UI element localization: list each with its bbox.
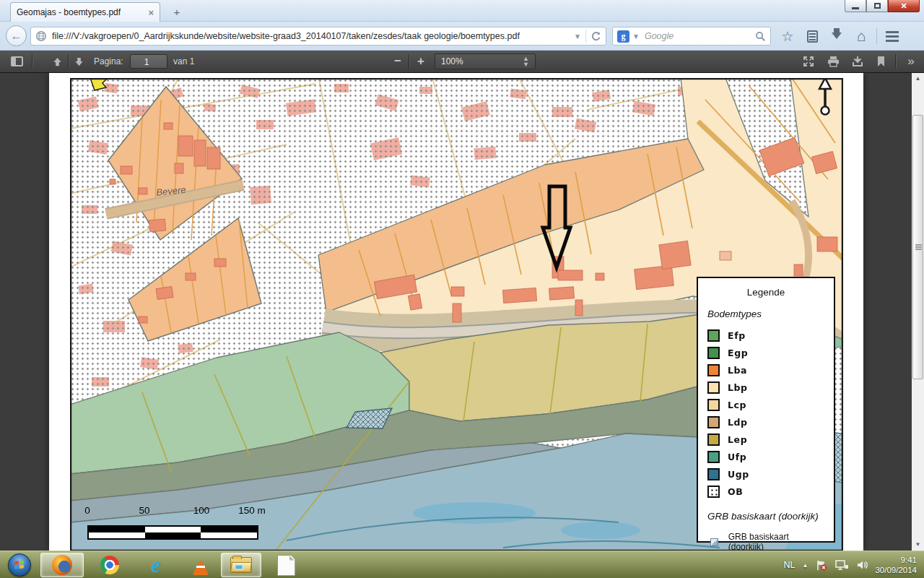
window-close-button[interactable]: ✕ <box>888 0 920 12</box>
legend-item: OB <box>707 483 824 500</box>
fullscreen-icon <box>803 56 814 67</box>
printer-icon <box>827 56 840 67</box>
taskbar-clock[interactable]: 9:41 30/09/2014 <box>875 555 917 575</box>
taskbar-firefox-button[interactable] <box>40 553 84 577</box>
zoom-out-button[interactable]: − <box>390 51 406 72</box>
menu-icon[interactable] <box>880 27 905 46</box>
legend-items: Efp Egp Lba Lbp Lcp Ldp Lep Ufp Ugp OB <box>707 327 824 500</box>
page-number-input[interactable]: 1 <box>130 54 167 69</box>
map-scalebar: 0 50 100 150 m <box>72 505 274 543</box>
legend-item: Lcp <box>707 396 824 413</box>
scrollbar[interactable]: ▲ ▼ <box>912 73 924 551</box>
scalebar-bar <box>87 525 258 540</box>
google-engine-icon: g <box>617 30 629 43</box>
reload-icon[interactable] <box>590 31 601 42</box>
legend-item: Lba <box>707 361 824 379</box>
more-tools-button[interactable]: » <box>901 51 920 72</box>
swatch-ldp <box>707 416 720 428</box>
taskbar-explorer-button[interactable] <box>221 553 261 577</box>
downloads-icon[interactable] <box>824 27 849 46</box>
windows-start-icon <box>8 553 31 577</box>
page-up-button[interactable] <box>48 51 66 72</box>
swatch-egp <box>707 347 720 359</box>
map-legend: Legende Bodemtypes Efp Egp Lba Lbp Lcp L… <box>697 277 835 543</box>
pdf-content-area: Bevere <box>0 73 924 551</box>
legend-item: Ldp <box>707 413 824 431</box>
legend-grb-item: GRB basiskaart (doorkijk) <box>707 532 824 551</box>
print-button[interactable] <box>823 51 843 72</box>
clock-date: 30/09/2014 <box>875 565 917 575</box>
taskbar: e NL ▲ <box>0 551 924 578</box>
window-controls: ✕ <box>845 0 920 12</box>
download-button[interactable] <box>847 51 868 72</box>
swatch-ufp <box>707 451 720 463</box>
legend-item: Ugp <box>707 465 824 483</box>
network-icon[interactable] <box>834 559 849 571</box>
zoom-level-value: 100% <box>441 56 463 66</box>
browser-tab[interactable]: Geomajas - boemtypes.pdf × <box>10 2 160 22</box>
vlc-icon <box>193 552 209 574</box>
new-tab-button[interactable]: + <box>167 5 186 20</box>
legend-item: Ufp <box>707 448 824 465</box>
url-bar[interactable]: file:///V:/vakgroepen/0_Aardrijkskunde/w… <box>30 27 606 46</box>
taskbar-writer-button[interactable] <box>273 553 299 577</box>
zoom-in-button[interactable]: + <box>413 51 429 72</box>
tray-expand-icon[interactable]: ▲ <box>803 562 808 569</box>
taskbar-vlc-button[interactable] <box>188 553 214 577</box>
sidebar-toggle-icon <box>11 56 23 66</box>
page-label: Pagina: <box>94 51 123 72</box>
minimize-icon <box>852 7 859 9</box>
home-icon[interactable]: ⌂ <box>849 27 873 46</box>
bookmark-star-icon[interactable]: ☆ <box>775 27 800 46</box>
maximize-icon <box>874 3 881 9</box>
legend-section-grb: GRB basiskaart (doorkijk) <box>707 511 824 522</box>
url-text: file:///V:/vakgroepen/0_Aardrijkskunde/w… <box>52 31 574 41</box>
legend-title: Legende <box>707 287 824 298</box>
tab-close-icon[interactable]: × <box>148 7 154 18</box>
bookmark-button[interactable] <box>871 51 891 72</box>
zoom-select[interactable]: 100% ▲▼ <box>435 53 536 69</box>
grb-layer-icon <box>710 538 718 546</box>
scrollbar-thumb[interactable] <box>912 115 923 379</box>
swatch-lba <box>707 364 720 376</box>
bookmarks-list-icon[interactable] <box>800 27 824 46</box>
start-button[interactable] <box>6 553 33 577</box>
taskbar-ie-button[interactable]: e <box>143 553 169 577</box>
browser-navbar: ← file:///V:/vakgroepen/0_Aardrijkskunde… <box>0 22 924 51</box>
navbar-icons: ☆ ⌂ <box>775 26 905 46</box>
window-minimize-button[interactable] <box>845 0 866 12</box>
explorer-folder-icon <box>230 557 252 573</box>
volume-icon[interactable] <box>856 559 868 571</box>
sidebar-toggle-button[interactable] <box>6 51 27 72</box>
search-bar[interactable]: g ▼ Google <box>612 27 771 46</box>
scrollbar-grip <box>915 244 922 246</box>
search-icon[interactable] <box>755 31 766 42</box>
search-placeholder: Google <box>645 31 755 41</box>
system-tray: NL ▲ <box>780 551 924 578</box>
taskbar-chrome-button[interactable] <box>97 553 123 577</box>
globe-icon <box>35 30 47 42</box>
browser-tab-strip: Geomajas - boemtypes.pdf × + ✕ <box>0 0 924 22</box>
language-indicator[interactable]: NL <box>784 560 796 570</box>
pdf-toolbar: Pagina: 1 van 1 − + 100% ▲▼ <box>0 51 924 73</box>
libreoffice-writer-icon <box>277 555 295 576</box>
tab-title: Geomajas - boemtypes.pdf <box>17 7 144 17</box>
engine-dropdown-icon[interactable]: ▼ <box>632 33 640 40</box>
window-maximize-button[interactable] <box>866 0 888 12</box>
scroll-down-icon[interactable]: ▼ <box>912 539 924 551</box>
swatch-lcp <box>707 399 720 411</box>
swatch-lbp <box>707 381 720 394</box>
internet-explorer-icon: e <box>151 555 160 575</box>
swatch-efp <box>707 329 720 342</box>
firefox-icon <box>52 555 72 575</box>
page-down-button[interactable] <box>69 51 88 72</box>
url-dropdown-icon[interactable]: ▼ <box>574 33 581 40</box>
bookmark-icon <box>876 56 886 67</box>
back-button[interactable]: ← <box>6 25 27 46</box>
download-icon <box>852 56 863 67</box>
legend-item: Lep <box>707 431 824 448</box>
legend-item: Lbp <box>707 379 824 396</box>
action-center-flag-icon[interactable] <box>815 559 827 571</box>
scroll-up-icon[interactable]: ▲ <box>912 73 924 85</box>
presentation-mode-button[interactable] <box>798 51 819 72</box>
